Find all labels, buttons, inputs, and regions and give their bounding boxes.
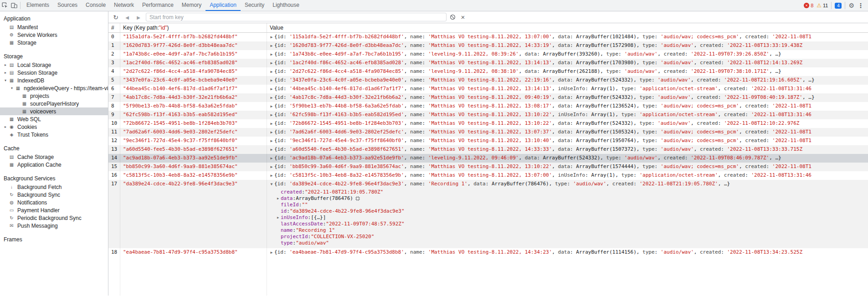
sidebar-item-web-sql[interactable]: ▦Web SQL (0, 115, 108, 123)
table-row[interactable]: 5"3437e0fa-23c6-4c0f-a05e-bcbeba9e40e0"▶… (108, 76, 868, 85)
sidebar-item-local-storage[interactable]: ▸▤Local Storage (0, 61, 108, 69)
column-header-value[interactable]: Value (267, 23, 868, 32)
sidebar-item-cookies[interactable]: ▸◉Cookies (0, 123, 108, 131)
table-row[interactable]: 13"a60d5540-fee5-4b30-b5ad-e3898f627651"… (108, 145, 868, 154)
tab-application[interactable]: Application (205, 0, 241, 11)
table-row[interactable]: 16"c5813f5c-10b3-4eb8-8a32-e14578356e9b"… (108, 171, 868, 180)
table-row[interactable]: 14"ac9ad18b-07a6-4eb3-b373-aa92e51de9fb"… (108, 154, 868, 163)
device-toolbar-icon[interactable] (11, 2, 17, 9)
chevron-collapsed-icon[interactable]: ▸ (3, 125, 8, 129)
sidebar-item-periodic-background-sync[interactable]: ↻Periodic Background Sync (0, 214, 108, 222)
expand-icon[interactable]: ▶ (269, 94, 274, 102)
chevron-expanded-icon[interactable]: ▾ (3, 78, 8, 82)
sidebar-item-voiceovers[interactable]: ▦voiceovers (0, 107, 108, 115)
tab-performance[interactable]: Performance (138, 0, 178, 11)
chevron-collapsed-icon[interactable]: ▸ (3, 71, 8, 75)
sidebar-item-manifest[interactable]: ▤Manifest (0, 23, 108, 31)
clear-object-store-icon[interactable] (450, 14, 456, 20)
expand-icon[interactable]: ▶ (269, 120, 274, 128)
tab-sources[interactable]: Sources (53, 0, 82, 11)
chevron-expanded-icon[interactable]: ▾ (9, 86, 15, 90)
sidebar-item-session-storage[interactable]: ▸▤Session Storage (0, 69, 108, 77)
expand-icon[interactable]: ▶ (269, 85, 274, 93)
sidebar-item-payment-handler[interactable]: ▭Payment Handler (0, 206, 108, 214)
tab-elements[interactable]: Elements (22, 0, 53, 11)
expand-icon[interactable]: ▶ (269, 68, 274, 76)
sidebar-item-application-cache[interactable]: ▦Application Cache (0, 161, 108, 168)
expand-icon[interactable]: ▶ (269, 33, 274, 41)
table-row[interactable]: 17"da389e24-cdce-4b22-9fe8-96e4f3dac9e3"… (108, 180, 868, 248)
string-value: "audio/wav" (296, 240, 329, 246)
grid-rows: 0"115a1dfa-5e2f-4fff-bf7b-b2682fd448bf"▶… (108, 33, 868, 257)
more-options-icon[interactable] (858, 2, 864, 9)
column-header-index[interactable]: # (108, 23, 120, 32)
console-warnings-badge[interactable]: 11 (817, 3, 828, 8)
sidebar-item-service-workers[interactable]: ⚙Service Workers (0, 31, 108, 39)
table-row[interactable]: 12"9ec346f1-727d-45e4-9c37-f75ff8640bf0"… (108, 137, 868, 145)
tab-lighthouse[interactable]: Lighthouse (268, 0, 303, 11)
table-row[interactable]: 10"72b86672-1545-4951-be8b-1f284eb3b703"… (108, 119, 868, 128)
tab-security[interactable]: Security (241, 0, 268, 11)
tab-memory[interactable]: Memory (178, 0, 205, 11)
expand-icon[interactable]: ▶ (269, 172, 274, 180)
tab-network[interactable]: Network (110, 0, 138, 11)
expand-icon[interactable]: ▶ (269, 102, 274, 111)
table-row[interactable]: 18"ea4baeae-7b81-47d9-97f4-c95a3753d8b8"… (108, 248, 868, 257)
start-from-key-input[interactable] (146, 13, 447, 21)
expand-icon[interactable]: ▶ (269, 51, 274, 59)
expand-icon[interactable]: ▶ (269, 128, 274, 137)
tab-console[interactable]: Console (82, 0, 110, 11)
sidebar-item-sourceplayerhistory[interactable]: ▦sourcePlayerHistory (0, 100, 108, 107)
table-row[interactable]: 9"62fc598b-f13f-4163-b3b5-eab582d195ed"▶… (108, 111, 868, 119)
chevron-collapsed-icon[interactable]: ▸ (3, 63, 8, 67)
string-value: 'Matthias VO testing-8.11.2022, 13:10:40… (428, 138, 552, 143)
table-row[interactable]: 7"4ab17c8c-7d8a-44d3-b30f-32e21fb6b6a2"▶… (108, 93, 868, 102)
console-errors-badge[interactable]: 8 (804, 3, 813, 8)
expand-icon[interactable]: ▶ (269, 59, 274, 67)
settings-gear-icon[interactable] (848, 2, 854, 9)
sidebar-item-cache-storage[interactable]: ▤Cache Storage (0, 153, 108, 161)
previous-page-button[interactable] (123, 14, 131, 20)
table-row[interactable]: 4"2d27c622-f86d-4cc4-a518-4fa90784ec85"▶… (108, 67, 868, 76)
table-row[interactable]: 1"1620d783-9f77-426d-8e0f-d3bb48eaa7dc"▶… (108, 41, 868, 50)
table-row[interactable]: 8"5f90be13-eb7b-44b8-bf58-6a3a62e5fdab"▶… (108, 102, 868, 111)
expand-icon[interactable]: ▶ (269, 42, 274, 50)
sidebar-item-push-messaging[interactable]: ✉Push Messaging (0, 222, 108, 230)
expand-icon[interactable]: ▶ (269, 111, 274, 119)
string-value: 'audio/wav' (624, 51, 657, 57)
sidebar-item-indexeddb[interactable]: ▾▦IndexedDB (0, 77, 108, 84)
table-row[interactable]: 15"bb850c99-3a60-4d6f-9aa9-881e385674ac"… (108, 163, 868, 171)
table-row[interactable]: 11"7ad62a6f-6003-4dd6-9e03-2802ef25defc"… (108, 128, 868, 137)
object-store-icon: ▦ (21, 109, 28, 114)
sidebar-item-ngdexielievequery-https-team-vidieditor-vi[interactable]: ▾▦ngdexielieveQuery - https://team-vidie… (0, 84, 108, 92)
expand-icon[interactable]: ▶ (275, 214, 281, 221)
expand-icon[interactable]: ▶ (269, 77, 274, 85)
expand-icon[interactable]: ▶ (269, 249, 274, 257)
table-row[interactable]: 2"1a743b8c-e0ee-4d9f-a7af-7bc7a6b1b195"▶… (108, 50, 868, 59)
table-row[interactable]: 0"115a1dfa-5e2f-4fff-bf7b-b2682fd448bf"▶… (108, 33, 868, 41)
expand-icon[interactable]: ▶ (269, 137, 274, 145)
refresh-button[interactable] (112, 14, 120, 21)
close-icon[interactable] (459, 13, 467, 21)
inspect-element-icon[interactable] (2, 2, 8, 9)
sidebar-item-notifications[interactable]: ◍Notifications (0, 199, 108, 206)
sidebar-item-background-sync[interactable]: ↻Background Sync (0, 191, 108, 199)
sidebar-item-storage[interactable]: ▦Storage (0, 39, 108, 46)
expand-icon[interactable]: ▶ (269, 154, 274, 163)
expand-icon[interactable]: ▶ (269, 146, 274, 154)
sidebar-item-background-fetch[interactable]: ↓Background Fetch (0, 183, 108, 191)
table-row[interactable]: 6"44bea45c-b140-4ef6-817d-d1ad6f7af1f7"▶… (108, 85, 868, 93)
row-value: ▶{id: '115a1dfa-5e2f-4fff-bf7b-b2682fd44… (267, 33, 868, 41)
memory-inspector-icon[interactable] (355, 196, 360, 201)
property-name: inUseInfo (281, 214, 308, 221)
manifest-icon: ▤ (8, 25, 15, 30)
expand-icon[interactable]: ▶ (275, 195, 281, 202)
table-row[interactable]: 3"1ac2f40d-f86c-4652-ac46-efb8385ad028"▶… (108, 59, 868, 67)
sidebar-item-trust-tokens[interactable]: ◈Trust Tokens (0, 131, 108, 138)
issues-badge[interactable]: 4 (835, 3, 842, 9)
sidebar-item-projects[interactable]: ▦projects (0, 92, 108, 100)
expand-icon[interactable]: ▶ (269, 163, 274, 171)
collapse-icon[interactable]: ▼ (269, 180, 274, 189)
next-page-button[interactable] (134, 14, 143, 20)
column-header-key[interactable]: Key (Key path: "id") (120, 23, 267, 32)
